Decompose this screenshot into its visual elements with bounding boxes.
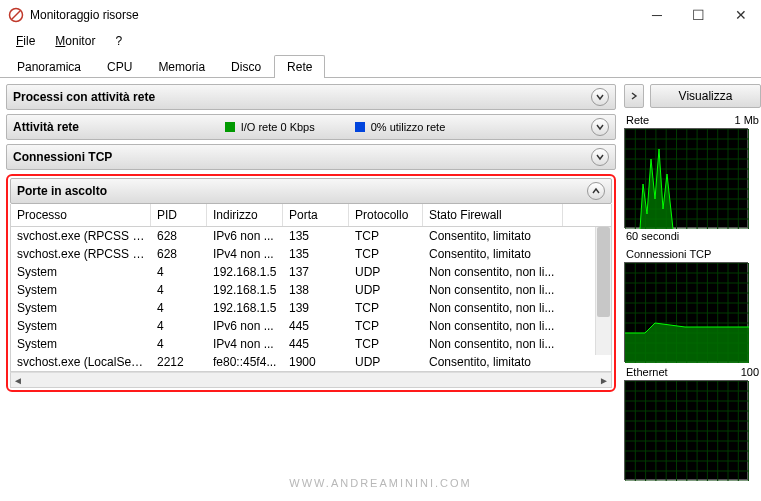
menu-monitor[interactable]: Monitor xyxy=(47,32,103,50)
graph-connessioni tcp xyxy=(624,262,748,362)
cell: Consentito, limitato xyxy=(423,246,563,262)
tab-memoria[interactable]: Memoria xyxy=(145,55,218,78)
graph-title: Ethernet xyxy=(626,366,668,378)
cell: Non consentito, non li... xyxy=(423,264,563,280)
cell: TCP xyxy=(349,228,423,244)
side-panel: Visualizza Rete1 Mb 60 secondi Connessio… xyxy=(620,78,761,501)
cell: IPv4 non ... xyxy=(207,336,283,352)
cell: 4 xyxy=(151,282,207,298)
col-processo[interactable]: Processo xyxy=(11,204,151,226)
section-title: Connessioni TCP xyxy=(13,150,112,164)
section-ports[interactable]: Porte in ascolto xyxy=(10,178,612,204)
section-title: Processi con attività rete xyxy=(13,90,155,104)
title-bar: Monitoraggio risorse ─ ☐ ✕ xyxy=(0,0,761,30)
scroll-right-icon[interactable]: ► xyxy=(599,375,609,386)
cell: 1900 xyxy=(283,354,349,370)
cell: svchost.exe (LocalServic... xyxy=(11,354,151,370)
cell: IPv6 non ... xyxy=(207,318,283,334)
graph-title: Rete xyxy=(626,114,649,126)
section-net-processes[interactable]: Processi con attività rete xyxy=(6,84,616,110)
scroll-left-icon[interactable]: ◄ xyxy=(13,375,23,386)
ports-table: Processo PID Indirizzo Porta Protocollo … xyxy=(10,204,612,388)
minimize-button[interactable]: ─ xyxy=(646,5,668,25)
section-tcp[interactable]: Connessioni TCP xyxy=(6,144,616,170)
cell: System xyxy=(11,264,151,280)
table-row[interactable]: svchost.exe (RPCSS -p)628IPv6 non ...135… xyxy=(11,227,611,245)
vertical-scrollbar[interactable] xyxy=(595,227,611,355)
col-firewall[interactable]: Stato Firewall xyxy=(423,204,563,226)
cell: svchost.exe (RPCSS -p) xyxy=(11,246,151,262)
main-panel: Processi con attività rete Attività rete… xyxy=(0,78,620,501)
visualizza-button[interactable]: Visualizza xyxy=(650,84,761,108)
cell: TCP xyxy=(349,246,423,262)
table-row[interactable]: System4192.168.1.5139TCPNon consentito, … xyxy=(11,299,611,317)
util-label: 0% utilizzo rete xyxy=(371,121,446,133)
menu-help[interactable]: ? xyxy=(107,32,130,50)
section-title: Porte in ascolto xyxy=(17,184,107,198)
section-title: Attività rete xyxy=(13,120,79,134)
cell: 192.168.1.5 xyxy=(207,264,283,280)
table-row[interactable]: svchost.exe (LocalServic...2212fe80::45f… xyxy=(11,353,611,371)
cell: UDP xyxy=(349,354,423,370)
cell: 4 xyxy=(151,264,207,280)
app-icon xyxy=(8,7,24,23)
cell: Non consentito, non li... xyxy=(423,318,563,334)
table-row[interactable]: System4192.168.1.5138UDPNon consentito, … xyxy=(11,281,611,299)
scrollbar-thumb[interactable] xyxy=(597,227,610,317)
chevron-down-icon[interactable] xyxy=(591,148,609,166)
cell: 4 xyxy=(151,318,207,334)
cell: 4 xyxy=(151,336,207,352)
io-label: I/O rete 0 Kbps xyxy=(241,121,315,133)
section-net-activity[interactable]: Attività rete I/O rete 0 Kbps 0% utilizz… xyxy=(6,114,616,140)
tab-panoramica[interactable]: Panoramica xyxy=(4,55,94,78)
chevron-down-icon[interactable] xyxy=(591,118,609,136)
tab-rete[interactable]: Rete xyxy=(274,55,325,78)
cell: TCP xyxy=(349,300,423,316)
cell: System xyxy=(11,336,151,352)
cell: Non consentito, non li... xyxy=(423,300,563,316)
close-button[interactable]: ✕ xyxy=(729,5,753,25)
cell: 628 xyxy=(151,246,207,262)
cell: 135 xyxy=(283,246,349,262)
cell: IPv6 non ... xyxy=(207,228,283,244)
table-row[interactable]: System4IPv4 non ...445TCPNon consentito,… xyxy=(11,335,611,353)
cell: 192.168.1.5 xyxy=(207,300,283,316)
table-row[interactable]: System4192.168.1.5137UDPNon consentito, … xyxy=(11,263,611,281)
io-color-box xyxy=(225,122,235,132)
window-title: Monitoraggio risorse xyxy=(30,8,139,22)
col-protocollo[interactable]: Protocollo xyxy=(349,204,423,226)
cell: 192.168.1.5 xyxy=(207,282,283,298)
chevron-up-icon[interactable] xyxy=(587,182,605,200)
cell: Non consentito, non li... xyxy=(423,282,563,298)
table-body: svchost.exe (RPCSS -p)628IPv6 non ...135… xyxy=(10,227,612,372)
cell: System xyxy=(11,300,151,316)
table-row[interactable]: svchost.exe (RPCSS -p)628IPv4 non ...135… xyxy=(11,245,611,263)
cell: 445 xyxy=(283,336,349,352)
table-row[interactable]: System4IPv6 non ...445TCPNon consentito,… xyxy=(11,317,611,335)
graph-ethernet xyxy=(624,380,748,480)
chevron-down-icon[interactable] xyxy=(591,88,609,106)
cell: Consentito, limitato xyxy=(423,228,563,244)
svg-line-1 xyxy=(12,11,20,19)
graph-title: Connessioni TCP xyxy=(626,248,711,260)
cell: IPv4 non ... xyxy=(207,246,283,262)
section-ports-highlight: Porte in ascolto Processo PID Indirizzo … xyxy=(6,174,616,392)
menu-file[interactable]: File xyxy=(8,32,43,50)
side-collapse-button[interactable] xyxy=(624,84,644,108)
cell: svchost.exe (RPCSS -p) xyxy=(11,228,151,244)
maximize-button[interactable]: ☐ xyxy=(686,5,711,25)
col-indirizzo[interactable]: Indirizzo xyxy=(207,204,283,226)
cell: 137 xyxy=(283,264,349,280)
tab-cpu[interactable]: CPU xyxy=(94,55,145,78)
watermark: WWW.ANDREAMININI.COM xyxy=(289,477,471,489)
menu-bar: File Monitor ? xyxy=(0,30,761,52)
tab-disco[interactable]: Disco xyxy=(218,55,274,78)
cell: fe80::45f4... xyxy=(207,354,283,370)
cell: 4 xyxy=(151,300,207,316)
cell: 445 xyxy=(283,318,349,334)
cell: System xyxy=(11,282,151,298)
cell: UDP xyxy=(349,282,423,298)
col-porta[interactable]: Porta xyxy=(283,204,349,226)
horizontal-scrollbar[interactable]: ◄ ► xyxy=(10,372,612,388)
col-pid[interactable]: PID xyxy=(151,204,207,226)
